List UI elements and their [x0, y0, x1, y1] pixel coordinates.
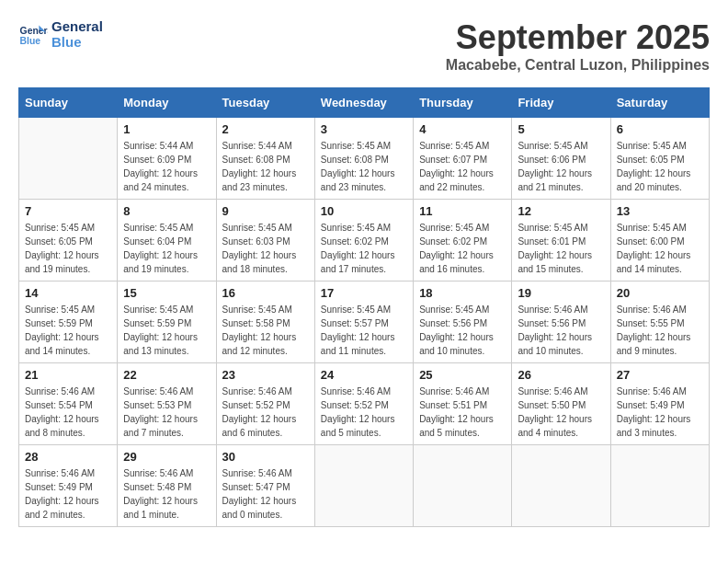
- calendar-cell: 8Sunrise: 5:45 AMSunset: 6:04 PMDaylight…: [118, 200, 216, 282]
- day-number: 8: [123, 204, 210, 218]
- day-number: 6: [617, 122, 703, 136]
- weekday-header-thursday: Thursday: [414, 88, 512, 118]
- daylight-text: Daylight: 12 hours and 1 minute.: [123, 494, 210, 522]
- daylight-text: Daylight: 12 hours and 6 minutes.: [222, 412, 309, 440]
- day-number: 19: [518, 286, 604, 300]
- sunset-text: Sunset: 6:02 PM: [419, 235, 506, 248]
- month-year: September 2025: [446, 18, 710, 57]
- day-number: 4: [419, 122, 506, 136]
- sunset-text: Sunset: 6:09 PM: [123, 153, 210, 167]
- daylight-text: Daylight: 12 hours and 19 minutes.: [123, 248, 210, 276]
- logo-icon: General Blue: [18, 19, 48, 49]
- calendar-cell: 1Sunrise: 5:44 AMSunset: 6:09 PMDaylight…: [118, 118, 216, 200]
- sunset-text: Sunset: 5:48 PM: [123, 480, 210, 494]
- calendar-cell: 3Sunrise: 5:45 AMSunset: 6:08 PMDaylight…: [314, 118, 413, 200]
- sunrise-text: Sunrise: 5:45 AM: [518, 221, 604, 235]
- sunrise-text: Sunrise: 5:45 AM: [123, 221, 210, 235]
- calendar-cell: 16Sunrise: 5:45 AMSunset: 5:58 PMDayligh…: [216, 282, 314, 363]
- day-number: 30: [222, 450, 309, 464]
- sunrise-text: Sunrise: 5:45 AM: [123, 303, 210, 316]
- sunrise-text: Sunrise: 5:45 AM: [617, 221, 703, 235]
- day-info: Sunrise: 5:45 AMSunset: 6:02 PMDaylight:…: [419, 221, 506, 276]
- sunrise-text: Sunrise: 5:45 AM: [617, 139, 703, 153]
- daylight-text: Daylight: 12 hours and 18 minutes.: [222, 248, 309, 276]
- daylight-text: Daylight: 12 hours and 17 minutes.: [321, 248, 407, 276]
- daylight-text: Daylight: 12 hours and 12 minutes.: [222, 330, 309, 358]
- day-number: 17: [321, 286, 407, 300]
- weekday-header-sunday: Sunday: [19, 88, 118, 118]
- calendar-cell: 26Sunrise: 5:46 AMSunset: 5:50 PMDayligh…: [512, 363, 610, 445]
- day-info: Sunrise: 5:45 AMSunset: 5:56 PMDaylight:…: [419, 303, 506, 358]
- day-number: 3: [321, 122, 407, 136]
- day-number: 5: [518, 122, 604, 136]
- weekday-header-row: SundayMondayTuesdayWednesdayThursdayFrid…: [19, 88, 710, 118]
- day-number: 7: [25, 204, 111, 218]
- daylight-text: Daylight: 12 hours and 14 minutes.: [617, 248, 703, 276]
- calendar-week-5: 28Sunrise: 5:46 AMSunset: 5:49 PMDayligh…: [19, 445, 710, 527]
- sunrise-text: Sunrise: 5:46 AM: [123, 466, 210, 480]
- day-number: 13: [617, 204, 703, 218]
- daylight-text: Daylight: 12 hours and 11 minutes.: [321, 330, 407, 358]
- calendar-cell: [19, 118, 118, 200]
- sunset-text: Sunset: 6:02 PM: [321, 235, 407, 248]
- calendar-cell: [414, 445, 512, 527]
- day-info: Sunrise: 5:46 AMSunset: 5:53 PMDaylight:…: [123, 385, 210, 440]
- daylight-text: Daylight: 12 hours and 9 minutes.: [617, 330, 703, 358]
- day-info: Sunrise: 5:46 AMSunset: 5:48 PMDaylight:…: [123, 466, 210, 522]
- sunrise-text: Sunrise: 5:45 AM: [321, 139, 407, 153]
- day-number: 27: [617, 368, 703, 382]
- sunset-text: Sunset: 5:47 PM: [222, 480, 309, 494]
- day-info: Sunrise: 5:45 AMSunset: 6:08 PMDaylight:…: [321, 139, 407, 194]
- daylight-text: Daylight: 12 hours and 13 minutes.: [123, 330, 210, 358]
- calendar-week-3: 14Sunrise: 5:45 AMSunset: 5:59 PMDayligh…: [19, 282, 710, 363]
- logo: General Blue General Blue: [18, 18, 103, 50]
- daylight-text: Daylight: 12 hours and 24 minutes.: [123, 167, 210, 194]
- calendar-cell: [512, 445, 610, 527]
- day-number: 14: [25, 286, 111, 300]
- sunset-text: Sunset: 5:49 PM: [617, 398, 703, 412]
- day-info: Sunrise: 5:45 AMSunset: 6:05 PMDaylight:…: [617, 139, 703, 194]
- day-info: Sunrise: 5:45 AMSunset: 5:59 PMDaylight:…: [123, 303, 210, 358]
- sunset-text: Sunset: 6:01 PM: [518, 235, 604, 248]
- day-number: 10: [321, 204, 407, 218]
- day-number: 18: [419, 286, 506, 300]
- sunrise-text: Sunrise: 5:46 AM: [419, 385, 506, 398]
- daylight-text: Daylight: 12 hours and 8 minutes.: [25, 412, 111, 440]
- daylight-text: Daylight: 12 hours and 19 minutes.: [25, 248, 111, 276]
- calendar: SundayMondayTuesdayWednesdayThursdayFrid…: [18, 87, 710, 527]
- day-number: 21: [25, 368, 111, 382]
- calendar-cell: 22Sunrise: 5:46 AMSunset: 5:53 PMDayligh…: [118, 363, 216, 445]
- weekday-header-saturday: Saturday: [610, 88, 709, 118]
- weekday-header-monday: Monday: [118, 88, 216, 118]
- daylight-text: Daylight: 12 hours and 21 minutes.: [518, 167, 604, 194]
- calendar-cell: 21Sunrise: 5:46 AMSunset: 5:54 PMDayligh…: [19, 363, 118, 445]
- day-info: Sunrise: 5:46 AMSunset: 5:55 PMDaylight:…: [617, 303, 703, 358]
- logo-line2: Blue: [51, 34, 103, 50]
- daylight-text: Daylight: 12 hours and 23 minutes.: [222, 167, 309, 194]
- day-info: Sunrise: 5:44 AMSunset: 6:09 PMDaylight:…: [123, 139, 210, 194]
- day-info: Sunrise: 5:46 AMSunset: 5:52 PMDaylight:…: [222, 385, 309, 440]
- sunrise-text: Sunrise: 5:46 AM: [518, 385, 604, 398]
- day-info: Sunrise: 5:46 AMSunset: 5:49 PMDaylight:…: [617, 385, 703, 440]
- sunrise-text: Sunrise: 5:45 AM: [321, 303, 407, 316]
- title-section: September 2025 Macabebe, Central Luzon, …: [446, 18, 710, 74]
- day-info: Sunrise: 5:45 AMSunset: 6:07 PMDaylight:…: [419, 139, 506, 194]
- sunset-text: Sunset: 6:00 PM: [617, 235, 703, 248]
- day-number: 23: [222, 368, 309, 382]
- sunset-text: Sunset: 5:54 PM: [25, 398, 111, 412]
- sunset-text: Sunset: 5:49 PM: [25, 480, 111, 494]
- sunrise-text: Sunrise: 5:46 AM: [617, 303, 703, 316]
- day-info: Sunrise: 5:44 AMSunset: 6:08 PMDaylight:…: [222, 139, 309, 194]
- calendar-cell: 27Sunrise: 5:46 AMSunset: 5:49 PMDayligh…: [610, 363, 709, 445]
- sunset-text: Sunset: 6:05 PM: [617, 153, 703, 167]
- sunrise-text: Sunrise: 5:44 AM: [123, 139, 210, 153]
- sunset-text: Sunset: 5:56 PM: [518, 316, 604, 330]
- sunset-text: Sunset: 5:59 PM: [123, 316, 210, 330]
- calendar-cell: 18Sunrise: 5:45 AMSunset: 5:56 PMDayligh…: [414, 282, 512, 363]
- day-info: Sunrise: 5:45 AMSunset: 5:57 PMDaylight:…: [321, 303, 407, 358]
- sunset-text: Sunset: 6:04 PM: [123, 235, 210, 248]
- sunset-text: Sunset: 5:51 PM: [419, 398, 506, 412]
- day-info: Sunrise: 5:45 AMSunset: 6:02 PMDaylight:…: [321, 221, 407, 276]
- day-number: 1: [123, 122, 210, 136]
- day-info: Sunrise: 5:45 AMSunset: 6:04 PMDaylight:…: [123, 221, 210, 276]
